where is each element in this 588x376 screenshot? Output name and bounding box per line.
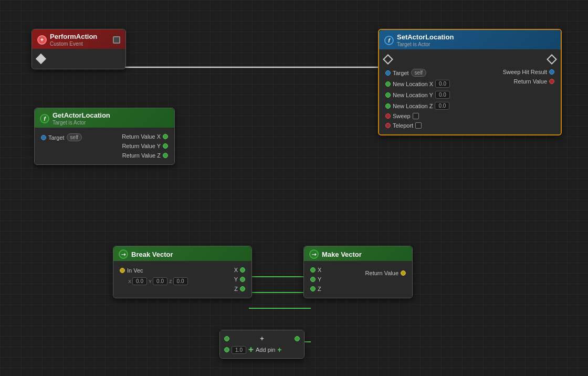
set-sweep-pin[interactable] [385,113,391,119]
break-x-out-label: X [234,267,238,273]
set-new-loc-x-row: New Location X 0.0 [381,78,454,89]
get-target-self: self [67,133,82,141]
perform-action-icon: ✦ [37,35,47,45]
set-new-loc-x-label: New Location X [393,81,433,87]
set-teleport-checkbox[interactable] [415,122,422,129]
make-x-pin[interactable] [310,267,316,273]
break-vector-title: Break Vector [131,250,173,258]
break-z-out-pin[interactable] [240,286,245,291]
get-actor-right-col: Return Value X Return Value Y Return Val… [118,132,172,160]
add-val[interactable]: 1.0 [232,346,246,354]
exec-out-pin[interactable] [36,54,46,64]
set-sweep-hit-row: Sweep Hit Result [499,67,559,77]
set-exec-row [379,54,561,65]
set-sweep-label: Sweep [393,113,411,119]
add-node-body: + 1.0 ✚ Add pin + [220,330,304,358]
set-exec-out-pin[interactable] [547,54,557,65]
get-target-pin-row: Target self [37,132,86,143]
make-vector-pins: X Y Z Return Value [304,265,412,294]
set-right-col: Sweep Hit Result Return Value [499,67,559,130]
break-y-group: Y 0.0 [149,277,167,285]
add-in1-pin[interactable] [224,336,229,341]
add-node: + 1.0 ✚ Add pin + [219,330,304,359]
perform-action-checkbox[interactable] [113,36,120,44]
make-y-pin[interactable] [310,277,316,282]
set-sweep-row: Sweep [381,111,454,121]
get-actor-left-col: Target self [37,132,86,160]
break-z-val[interactable]: 0.0 [173,277,188,285]
set-exec-in-pin[interactable] [383,54,393,65]
break-x-group: X 0.0 [128,277,147,285]
add-in2-pin[interactable] [295,336,300,341]
add-node-bottom: 1.0 ✚ Add pin + [220,344,304,356]
set-actor-location-icon: f [384,36,394,45]
perform-action-node: ✦ PerformAction Custom Event [32,29,126,69]
break-y-label: Y [149,279,152,284]
add-pin-plus-icon[interactable]: + [277,346,281,354]
set-new-loc-y-row: New Location Y 0.0 [381,89,454,100]
set-return-val-pin[interactable] [549,79,554,84]
set-new-loc-x-pin[interactable] [385,81,391,87]
break-z-group: Z 0.0 [169,277,188,285]
make-z-pin[interactable] [310,286,316,291]
break-vector-body: In Vec X 0.0 Y 0.0 Z 0.0 [113,261,251,298]
get-return-x-pin[interactable] [163,134,168,139]
make-vector-title: Make Vector [322,250,362,258]
set-actor-location-subtitle: Target is Actor [397,41,454,47]
make-x-label: X [318,267,321,273]
break-left-col: In Vec X 0.0 Y 0.0 Z 0.0 [116,265,192,294]
break-invec-pin[interactable] [120,268,125,273]
add-bottom-left-pin[interactable] [224,347,229,352]
set-teleport-row: Teleport [381,121,454,130]
set-new-loc-z-val[interactable]: 0.0 [435,102,449,110]
add-plus-icon: ✚ [248,346,254,353]
get-return-x-label: Return Value X [122,133,161,140]
set-target-row: Target self [381,67,454,78]
break-right-col: X Y Z [230,265,249,294]
get-return-y-row: Return Value Y [118,141,172,151]
set-new-loc-z-pin[interactable] [385,103,391,109]
make-vector-node: ⇢ Make Vector X Y Z [303,246,413,298]
set-sweep-hit-pin[interactable] [549,69,554,75]
break-y-out-pin[interactable] [240,277,245,282]
get-actor-location-subtitle: Target is Actor [52,120,110,126]
set-actor-location-node: f SetActorLocation Target is Actor Targe… [378,29,562,135]
make-return-label: Return Value [365,270,398,276]
set-sweep-hit-label: Sweep Hit Result [503,69,547,75]
break-z-out-label: Z [234,286,238,292]
make-vector-body: X Y Z Return Value [304,261,412,298]
get-return-z-pin[interactable] [163,153,168,158]
set-target-pin[interactable] [385,70,391,76]
set-new-loc-y-val[interactable]: 0.0 [435,91,450,99]
get-return-z-row: Return Value Z [118,151,172,160]
add-operator: + [260,335,264,342]
set-sweep-checkbox[interactable] [413,113,419,119]
perform-action-title: PerformAction [50,33,97,40]
perform-action-exec-row [32,53,125,65]
make-return-pin[interactable] [401,270,406,276]
break-vector-header: ⇢ Break Vector [113,246,251,261]
set-return-val-label: Return Value [514,78,547,85]
get-actor-location-icon: f [40,114,49,123]
break-z-out-row: Z [230,284,249,294]
get-actor-location-body: Target self Return Value X Return Value … [35,128,174,164]
break-x-val[interactable]: 0.0 [132,277,147,285]
get-return-y-pin[interactable] [163,143,168,149]
set-new-loc-y-pin[interactable] [385,92,391,98]
add-node-main: + [220,332,304,344]
add-pin-label: Add pin [256,347,275,353]
get-target-pin[interactable] [41,135,46,140]
break-vector-node: ⇢ Break Vector In Vec X 0.0 [113,246,252,298]
set-teleport-pin[interactable] [385,123,391,128]
make-return-row: Return Value [361,268,410,278]
make-z-label: Z [318,286,321,292]
break-x-out-row: X [230,265,249,275]
break-vector-pins: In Vec X 0.0 Y 0.0 Z 0.0 [113,265,251,294]
set-pins-area: Target self New Location X 0.0 New Locat… [379,67,561,130]
get-actor-location-pins: Target self Return Value X Return Value … [35,132,174,160]
blueprint-canvas[interactable]: ✦ PerformAction Custom Event f GetActorL… [0,0,588,376]
break-y-val[interactable]: 0.0 [153,277,167,285]
make-y-row: Y [306,275,326,284]
break-x-out-pin[interactable] [240,267,245,273]
set-new-loc-x-val[interactable]: 0.0 [435,80,450,88]
